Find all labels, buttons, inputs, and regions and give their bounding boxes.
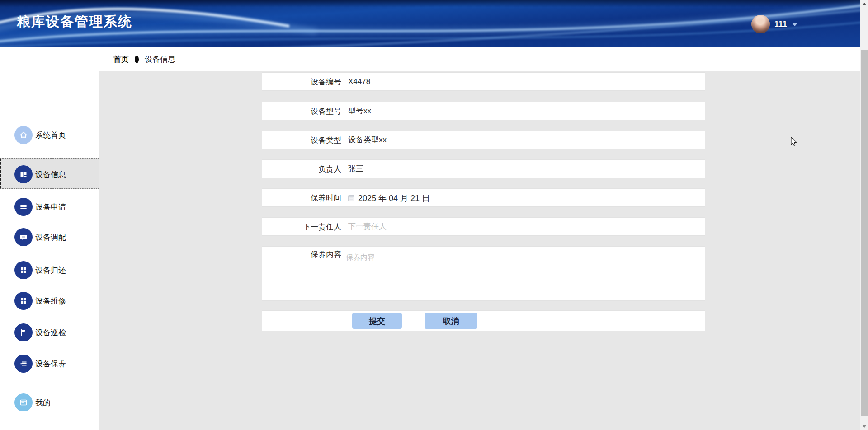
breadcrumb-current: 设备信息 <box>145 54 175 65</box>
sidebar-item-device-apply[interactable]: 设备申请 <box>0 198 99 216</box>
sidebar-item-device-maintain[interactable]: 设备保养 <box>0 355 99 373</box>
sidebar-item-device-allocate[interactable]: 设备调配 <box>0 228 99 246</box>
profile-card-icon <box>14 393 33 411</box>
sidebar: 系统首页 设备信息 设备申请 设备调配 设备归还 <box>0 47 99 430</box>
form-row-device-type: 设备类型 <box>262 131 705 149</box>
form-row-next-responsible: 下一责任人 <box>262 217 705 236</box>
app-header: 粮库设备管理系统 111 <box>0 0 868 47</box>
submit-button[interactable]: 提交 <box>352 313 402 329</box>
maintain-content-textarea[interactable] <box>346 249 613 298</box>
form-row-device-model: 设备型号 <box>262 102 705 120</box>
cancel-button[interactable]: 取消 <box>425 313 477 329</box>
calendar-icon <box>348 195 354 201</box>
field-label: 保养内容 <box>262 247 341 263</box>
breadcrumb: 首页 设备信息 <box>99 47 860 71</box>
form-row-maintain-content: 保养内容 <box>262 246 705 301</box>
sidebar-item-label: 系统首页 <box>35 130 66 140</box>
home-icon <box>14 126 33 144</box>
breadcrumb-home-link[interactable]: 首页 <box>113 54 129 65</box>
sidebar-item-label: 设备归还 <box>35 265 66 276</box>
field-label: 保养时间 <box>262 189 341 207</box>
sidebar-item-label: 设备信息 <box>35 169 66 180</box>
scrollbar-thumb[interactable] <box>861 50 868 416</box>
sidebar-item-device-inspect[interactable]: 设备巡检 <box>0 323 99 341</box>
responsible-person-input[interactable] <box>348 160 692 178</box>
user-menu[interactable]: 111 <box>751 14 798 33</box>
device-type-input[interactable] <box>348 131 692 149</box>
form-row-actions: 提交 取消 <box>262 310 705 331</box>
field-label: 下一责任人 <box>262 218 341 236</box>
device-code-input[interactable] <box>348 73 692 90</box>
grid-icon <box>14 261 33 279</box>
sidebar-item-label: 设备保养 <box>35 359 66 369</box>
form-row-responsible: 负责人 <box>262 159 705 178</box>
maintain-date-picker[interactable]: 2025 年 04 月 21 日 <box>348 189 430 207</box>
sidebar-item-home[interactable]: 系统首页 <box>0 126 99 144</box>
page-title: 粮库设备管理系统 <box>17 13 132 31</box>
sidebar-item-label: 我的 <box>35 397 51 408</box>
sidebar-item-device-info[interactable]: 设备信息 <box>0 165 99 183</box>
sidebar-item-device-repair[interactable]: 设备维修 <box>0 292 99 310</box>
field-label: 设备类型 <box>262 131 341 150</box>
vertical-scrollbar <box>860 0 868 430</box>
sidebar-item-label: 设备申请 <box>35 202 66 212</box>
device-model-input[interactable] <box>348 102 692 120</box>
sidebar-item-device-return[interactable]: 设备归还 <box>0 261 99 279</box>
user-avatar[interactable] <box>751 15 770 33</box>
triangle-down-icon <box>862 425 867 428</box>
app-window: 粮库设备管理系统 111 系统首页 设备信息 设备申请 <box>0 0 868 430</box>
chevron-down-icon <box>792 23 798 26</box>
book-icon <box>14 165 33 183</box>
form-row-maintain-date: 保养时间 2025 年 04 月 21 日 <box>262 188 705 207</box>
sidebar-item-label: 设备维修 <box>35 296 66 306</box>
breadcrumb-separator-icon <box>135 56 139 63</box>
field-label: 设备编号 <box>262 73 341 91</box>
form-row-device-code: 设备编号 <box>262 72 705 91</box>
sidebar-item-label: 设备调配 <box>35 232 66 243</box>
list-icon <box>14 355 33 373</box>
scroll-down-button[interactable] <box>860 422 868 430</box>
chat-icon <box>14 228 33 246</box>
triangle-up-icon <box>862 3 867 5</box>
field-label: 负责人 <box>262 160 341 178</box>
list-arrow-icon <box>14 198 33 216</box>
form-panel: 设备编号 设备型号 设备类型 负责人 保养时间 2025 年 04 月 21 日… <box>99 71 860 430</box>
flag-icon <box>14 323 33 341</box>
sidebar-item-my[interactable]: 我的 <box>0 393 99 411</box>
user-name: 111 <box>774 19 787 29</box>
field-label: 设备型号 <box>262 102 341 121</box>
grid-icon <box>14 292 33 310</box>
maintain-date-value: 2025 年 04 月 21 日 <box>358 193 430 204</box>
next-responsible-input[interactable] <box>348 218 692 235</box>
scroll-up-button[interactable] <box>860 0 868 8</box>
sidebar-item-label: 设备巡检 <box>35 327 66 338</box>
